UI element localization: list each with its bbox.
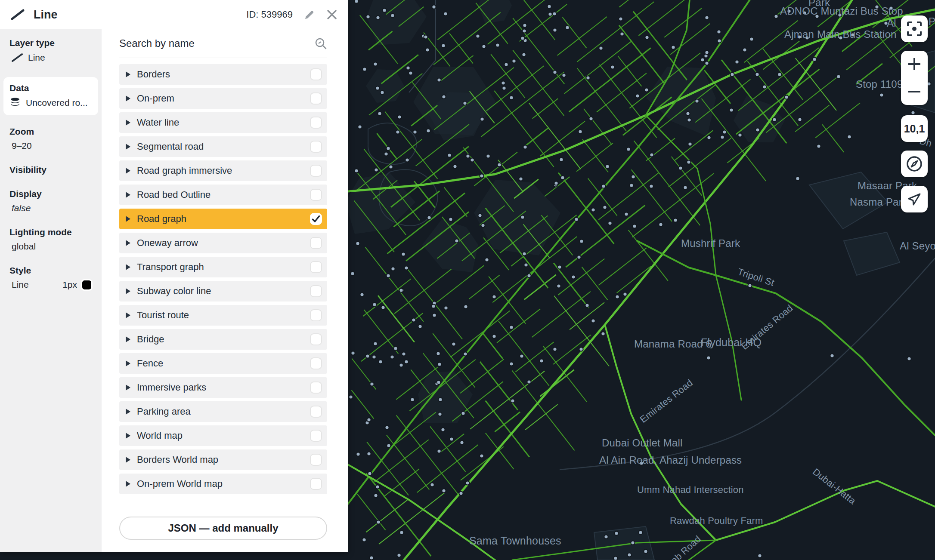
layer-editor-panel: Line ID: 539969 Layer type Li bbox=[0, 0, 348, 552]
checkbox-unchecked[interactable] bbox=[310, 237, 322, 249]
divider bbox=[119, 58, 327, 58]
style-color-swatch[interactable] bbox=[82, 280, 91, 289]
expand-triangle-icon[interactable] bbox=[126, 216, 130, 222]
expand-triangle-icon[interactable] bbox=[126, 360, 130, 366]
prop-lighting-mode[interactable]: Lighting mode global bbox=[9, 227, 102, 252]
close-icon bbox=[326, 9, 337, 20]
checkbox-unchecked[interactable] bbox=[310, 478, 322, 490]
checkbox-unchecked[interactable] bbox=[310, 92, 322, 105]
checkbox-unchecked[interactable] bbox=[310, 333, 322, 345]
layer-label: Parking area bbox=[137, 406, 191, 417]
layer-row-oneway-arrow[interactable]: Oneway arrow bbox=[119, 233, 327, 253]
layer-row-on-prem[interactable]: On-prem bbox=[119, 88, 327, 109]
layer-row-segmental-road[interactable]: Segmental road bbox=[119, 136, 327, 157]
prop-display[interactable]: Display false bbox=[9, 189, 102, 213]
plus-icon bbox=[907, 57, 922, 71]
layer-row-fence[interactable]: Fence bbox=[119, 353, 327, 374]
checkbox-unchecked[interactable] bbox=[310, 406, 322, 418]
checkbox-unchecked[interactable] bbox=[310, 141, 322, 153]
layer-row-tourist-route[interactable]: Tourist route bbox=[119, 305, 327, 326]
layer-row-road-bed-outline[interactable]: Road bed Outline bbox=[119, 185, 327, 205]
checkbox-checked[interactable] bbox=[310, 213, 322, 225]
checkbox-unchecked[interactable] bbox=[310, 68, 322, 80]
layer-row-on-prem-world-map[interactable]: On-prem World map bbox=[119, 474, 327, 494]
prop-data-card[interactable]: Data Uncovered ro... bbox=[3, 77, 98, 115]
expand-triangle-icon[interactable] bbox=[126, 192, 130, 198]
layer-label: Segmental road bbox=[137, 141, 204, 152]
expand-triangle-icon[interactable] bbox=[126, 433, 130, 439]
expand-triangle-icon[interactable] bbox=[126, 144, 130, 150]
zoom-value: 9–20 bbox=[9, 141, 102, 151]
checkbox-unchecked[interactable] bbox=[310, 357, 322, 369]
expand-triangle-icon[interactable] bbox=[126, 95, 130, 102]
layer-label: Bridge bbox=[137, 334, 164, 345]
search-icon[interactable] bbox=[314, 37, 327, 50]
expand-triangle-icon[interactable] bbox=[126, 264, 130, 270]
checkbox-unchecked[interactable] bbox=[310, 430, 322, 442]
prop-style[interactable]: Style Line 1px bbox=[9, 265, 102, 290]
layer-row-subway-color-line[interactable]: Subway color line bbox=[119, 281, 327, 302]
checkbox-unchecked[interactable] bbox=[310, 285, 322, 297]
layer-list-column: BordersOn-premWater lineSegmental roadRo… bbox=[102, 29, 348, 552]
layer-label: Road graph bbox=[137, 213, 186, 225]
layer-label: On-prem World map bbox=[137, 478, 223, 489]
checkbox-unchecked[interactable] bbox=[310, 261, 322, 273]
search-input[interactable] bbox=[119, 37, 314, 49]
layer-label: Water line bbox=[137, 117, 179, 128]
display-value: false bbox=[9, 203, 102, 213]
close-button[interactable] bbox=[326, 9, 337, 20]
expand-triangle-icon[interactable] bbox=[126, 312, 130, 318]
zoom-in-button[interactable] bbox=[901, 51, 928, 78]
line-icon bbox=[12, 52, 23, 63]
layer-row-immersive-parks[interactable]: Immersive parks bbox=[119, 377, 327, 398]
expand-triangle-icon[interactable] bbox=[126, 481, 130, 487]
database-icon bbox=[9, 97, 21, 108]
json-add-manually-button[interactable]: JSON — add manually bbox=[119, 517, 327, 540]
prop-visibility[interactable]: Visibility bbox=[9, 165, 102, 175]
layer-label: Borders World map bbox=[137, 454, 218, 465]
checkbox-unchecked[interactable] bbox=[310, 189, 322, 201]
layer-row-borders-world-map[interactable]: Borders World map bbox=[119, 449, 327, 470]
checkbox-unchecked[interactable] bbox=[310, 165, 322, 177]
layer-label: Road graph immersive bbox=[137, 165, 232, 176]
lighting-mode-label: Lighting mode bbox=[9, 227, 102, 237]
data-label: Data bbox=[9, 83, 93, 93]
layer-type-value: Line bbox=[28, 52, 45, 63]
checkbox-unchecked[interactable] bbox=[310, 117, 322, 129]
checkbox-unchecked[interactable] bbox=[310, 382, 322, 394]
expand-triangle-icon[interactable] bbox=[126, 409, 130, 415]
layer-row-transport-graph[interactable]: Transport graph bbox=[119, 257, 327, 277]
layer-row-parking-area[interactable]: Parking area bbox=[119, 401, 327, 422]
expand-triangle-icon[interactable] bbox=[126, 385, 130, 391]
layer-label: Subway color line bbox=[137, 286, 211, 297]
fullscreen-button[interactable] bbox=[901, 15, 928, 42]
layer-row-road-graph-immersive[interactable]: Road graph immersive bbox=[119, 160, 327, 181]
zoom-level-badge[interactable]: 10,1 bbox=[901, 115, 928, 142]
expand-triangle-icon[interactable] bbox=[126, 240, 130, 246]
compass-button[interactable] bbox=[901, 151, 928, 177]
expand-triangle-icon[interactable] bbox=[126, 120, 130, 126]
location-arrow-icon bbox=[907, 191, 922, 207]
edit-button[interactable] bbox=[304, 9, 315, 20]
layer-row-water-line[interactable]: Water line bbox=[119, 112, 327, 133]
expand-triangle-icon[interactable] bbox=[126, 457, 130, 463]
layer-label: Borders bbox=[137, 69, 170, 80]
prop-layer-type[interactable]: Layer type Line bbox=[9, 38, 102, 63]
expand-triangle-icon[interactable] bbox=[126, 336, 130, 342]
expand-triangle-icon[interactable] bbox=[126, 168, 130, 174]
layer-label: Immersive parks bbox=[137, 382, 206, 393]
prop-zoom[interactable]: Zoom 9–20 bbox=[9, 126, 102, 151]
checkbox-unchecked[interactable] bbox=[310, 309, 322, 321]
expand-triangle-icon[interactable] bbox=[126, 288, 130, 294]
layer-row-bridge[interactable]: Bridge bbox=[119, 329, 327, 350]
style-value: Line bbox=[12, 280, 29, 290]
expand-triangle-icon[interactable] bbox=[126, 71, 130, 77]
checkbox-unchecked[interactable] bbox=[310, 454, 322, 466]
lighting-mode-value: global bbox=[9, 241, 102, 252]
zoom-out-button[interactable] bbox=[901, 78, 928, 105]
layer-row-world-map[interactable]: World map bbox=[119, 425, 327, 446]
layer-row-borders[interactable]: Borders bbox=[119, 64, 327, 85]
layer-row-road-graph[interactable]: Road graph bbox=[119, 209, 327, 229]
zoom-label: Zoom bbox=[9, 126, 102, 137]
locate-button[interactable] bbox=[901, 186, 928, 212]
